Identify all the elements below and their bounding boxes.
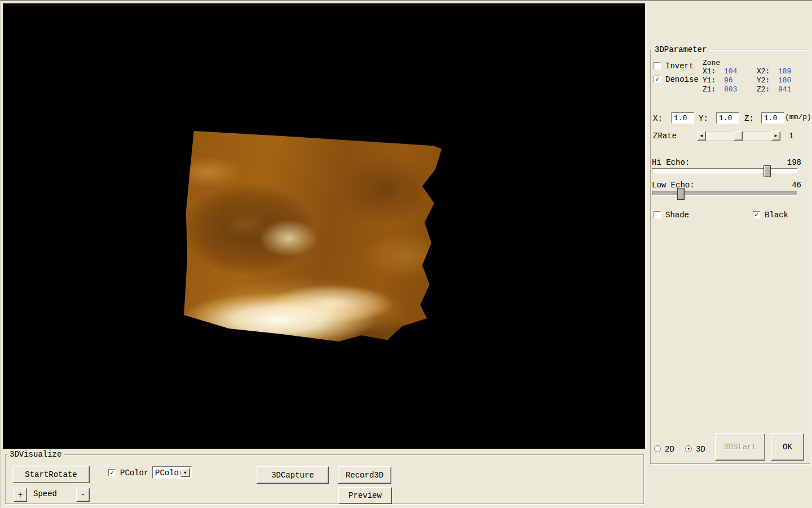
parameter-groupbox: 3DParameter Invert ✓ Denoise Zone X1: 10… <box>650 50 810 464</box>
chevron-down-icon: ▼ <box>184 470 187 475</box>
arrow-right-icon: ► <box>775 133 778 138</box>
shade-label: Shade <box>665 211 689 220</box>
check-icon: ✓ <box>754 211 758 219</box>
pcolor-dropdown-value: PColor <box>155 468 183 478</box>
scale-z-label: Z: <box>744 114 754 123</box>
low-echo-slider-track[interactable] <box>652 191 797 196</box>
visualize-groupbox-title: 3DVisualize <box>7 450 64 459</box>
scale-x-label: X: <box>653 114 663 123</box>
check-icon: ✓ <box>655 76 659 84</box>
zrate-scrollbar-thumb[interactable] <box>734 131 743 141</box>
zone-z2-label: Z2: <box>757 85 770 94</box>
invert-label: Invert <box>665 62 694 71</box>
radio-dot-icon: ● <box>687 447 690 451</box>
record-3d-button[interactable]: Record3D <box>338 466 391 484</box>
invert-checkbox[interactable] <box>654 62 661 69</box>
zone-y1-label: Y1: <box>703 76 716 85</box>
hi-echo-slider-thumb[interactable] <box>764 165 771 177</box>
visualize-groupbox: 3DVisualize StartRotate ✓ PColor PColor … <box>5 454 644 504</box>
scale-z-input[interactable] <box>761 112 784 124</box>
zone-x2-value: 189 <box>778 67 798 76</box>
render-viewport[interactable] <box>3 3 645 449</box>
mode-3d-label: 3D <box>696 445 705 454</box>
black-label: Black <box>765 211 788 220</box>
pcolor-label: PColor <box>120 468 148 478</box>
hi-echo-label: Hi Echo: <box>652 158 690 167</box>
speed-label: Speed <box>33 489 57 498</box>
zrate-right-arrow-button[interactable]: ► <box>771 131 780 141</box>
preview-button[interactable]: Preview <box>338 487 392 504</box>
mode-3d-radio[interactable]: ● <box>685 445 692 452</box>
app-window: 3DParameter Invert ✓ Denoise Zone X1: 10… <box>0 0 812 508</box>
zone-y2-value: 180 <box>778 76 798 85</box>
low-echo-value: 46 <box>779 181 801 190</box>
zrate-scrollbar[interactable]: ◄ ► <box>697 131 780 141</box>
zone-y1-value: 96 <box>724 76 744 85</box>
scale-y-input[interactable] <box>716 112 739 124</box>
ok-button[interactable]: OK <box>771 433 804 461</box>
parameter-groupbox-title: 3DParameter <box>652 45 709 54</box>
speed-plus-button[interactable]: + <box>14 488 27 502</box>
zone-title: Zone <box>703 59 720 68</box>
speed-minus-button[interactable]: - <box>76 488 90 502</box>
zrate-left-arrow-button[interactable]: ◄ <box>697 131 706 141</box>
denoise-label: Denoise <box>665 75 699 84</box>
pcolor-dropdown-arrow-button[interactable]: ▼ <box>180 468 190 477</box>
scale-unit-label: (mm/p) <box>785 113 811 122</box>
mode-2d-label: 2D <box>665 445 674 454</box>
start-3d-button[interactable]: 3DStart <box>715 433 765 461</box>
mode-2d-radio[interactable] <box>654 445 661 452</box>
check-icon: ✓ <box>110 469 114 477</box>
black-checkbox[interactable]: ✓ <box>753 211 760 218</box>
zone-x2-label: X2: <box>757 67 770 76</box>
hi-echo-slider-track[interactable] <box>652 168 797 173</box>
low-echo-slider-thumb[interactable] <box>677 188 685 200</box>
zone-x1-label: X1: <box>703 67 716 76</box>
arrow-left-icon: ◄ <box>700 133 703 138</box>
zrate-value: 1 <box>789 132 793 141</box>
shade-checkbox[interactable] <box>654 211 661 218</box>
zone-x1-value: 104 <box>724 67 744 76</box>
zone-z1-value: 803 <box>724 85 744 94</box>
pcolor-dropdown[interactable]: PColor ▼ <box>152 466 192 479</box>
low-echo-label: Low Echo: <box>652 181 695 190</box>
scale-x-input[interactable] <box>671 112 694 124</box>
scale-y-label: Y: <box>699 114 708 123</box>
start-rotate-button[interactable]: StartRotate <box>12 466 90 483</box>
zrate-label: ZRate <box>653 132 677 141</box>
pcolor-checkbox[interactable]: ✓ <box>108 469 116 476</box>
capture-3d-button[interactable]: 3DCapture <box>257 466 329 484</box>
zone-z1-label: Z1: <box>703 85 716 94</box>
ultrasound-volume-render <box>181 128 443 348</box>
denoise-checkbox[interactable]: ✓ <box>654 76 661 83</box>
hi-echo-value: 198 <box>779 158 801 167</box>
zone-z2-value: 941 <box>778 85 798 94</box>
zone-y2-label: Y2: <box>757 76 770 85</box>
